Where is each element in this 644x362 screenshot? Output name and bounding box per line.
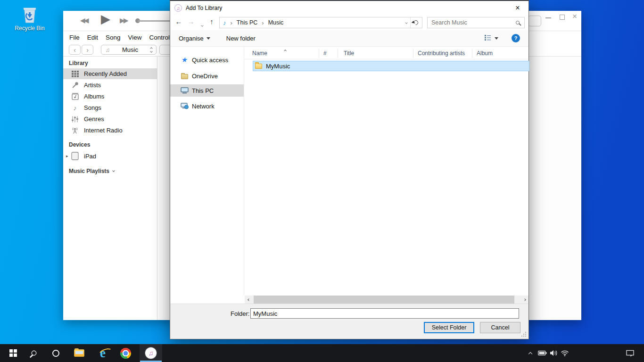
address-dropdown-icon[interactable] — [405, 21, 408, 24]
chevron-up-icon — [528, 352, 532, 355]
breadcrumb-music[interactable]: Music — [268, 19, 284, 26]
file-explorer-icon — [74, 349, 84, 357]
tray-show-hidden-icons[interactable] — [524, 344, 537, 362]
sidebar-item-genres[interactable]: Genres — [63, 114, 157, 124]
microphone-icon — [71, 82, 79, 89]
menu-file[interactable]: File — [69, 34, 80, 41]
recycle-bin[interactable]: Recycle Bin — [14, 5, 45, 32]
horizontal-scrollbar[interactable] — [245, 296, 528, 304]
tray-network[interactable] — [559, 344, 570, 362]
address-bar[interactable]: ♪ › This PC › Music — [219, 17, 422, 28]
dropdown-triangle-icon — [495, 37, 498, 40]
volume-slider[interactable] — [138, 20, 171, 22]
menu-view[interactable]: View — [128, 34, 142, 41]
scroll-left-icon[interactable] — [245, 296, 253, 304]
menu-song[interactable]: Song — [106, 34, 121, 41]
chrome-button[interactable] — [115, 344, 136, 362]
column-name[interactable]: Name — [244, 49, 319, 58]
file-name: MyMusic — [266, 63, 290, 70]
resize-grip[interactable] — [525, 336, 526, 337]
search-icon — [32, 351, 37, 356]
column-contributing-artists[interactable]: Contributing artists — [413, 49, 472, 58]
dialog-close-button[interactable]: × — [511, 2, 525, 14]
wifi-icon — [561, 350, 569, 356]
folder-icon — [255, 64, 262, 69]
search-box[interactable] — [427, 17, 525, 28]
dialog-nav-bar: ← → ↑ ♪ › This PC › Music — [170, 15, 528, 30]
column-title[interactable]: Title — [338, 49, 413, 58]
internet-explorer-button[interactable]: e — [92, 344, 113, 362]
itunes-icon: ♫ — [145, 347, 157, 359]
forward-button[interactable]: → — [186, 17, 196, 25]
view-selector[interactable] — [485, 35, 498, 42]
sidebar-item-recently-added[interactable]: Recently Added — [63, 68, 157, 79]
dialog-title-bar[interactable]: ♫ Add To Library × — [170, 1, 528, 15]
play-button[interactable]: ▶ — [101, 12, 110, 26]
back-button[interactable]: ← — [174, 17, 183, 25]
recent-locations-dropdown-icon[interactable] — [198, 20, 207, 28]
dropdown-triangle-icon — [206, 37, 210, 40]
rewind-button[interactable]: ◀◀ — [80, 16, 88, 24]
ipad-icon — [71, 152, 79, 160]
selector-spinner-icon — [150, 48, 152, 52]
network-icon — [181, 103, 189, 109]
itunes-taskbar-button[interactable]: ♫ — [140, 344, 162, 362]
desktop-background: Recycle Bin ◀◀ ▶ ▶▶ × File Edit Song Vie… — [0, 0, 644, 362]
maximize-icon[interactable] — [560, 15, 565, 20]
minimize-icon[interactable] — [545, 17, 551, 18]
action-center-button[interactable] — [623, 344, 636, 362]
scroll-right-icon[interactable] — [520, 296, 528, 304]
cortana-button[interactable] — [45, 344, 66, 362]
organise-button[interactable]: Organise — [179, 35, 210, 42]
nav-item-quick-access[interactable]: ★ Quick access — [170, 54, 244, 66]
nav-item-this-pc[interactable]: This PC — [170, 84, 244, 97]
nav-item-onedrive[interactable]: OneDrive — [170, 70, 244, 82]
taskbar-search-button[interactable] — [24, 344, 44, 362]
media-type-selector[interactable]: ♫ Music — [101, 45, 157, 55]
column-header-row: Name # Title Contributing artists Album — [244, 47, 528, 59]
folder-input[interactable] — [250, 308, 519, 319]
fast-forward-button[interactable]: ▶▶ — [120, 16, 127, 24]
start-button[interactable] — [3, 344, 24, 362]
column-album[interactable]: Album — [472, 49, 528, 58]
sidebar-item-ipad[interactable]: ▸ iPad — [63, 150, 157, 162]
scrollbar-thumb[interactable] — [254, 296, 514, 304]
sidebar-item-artists[interactable]: Artists — [63, 80, 157, 90]
help-button[interactable]: ? — [512, 34, 520, 42]
itunes-search-field[interactable] — [528, 16, 541, 26]
select-folder-button[interactable]: Select Folder — [424, 322, 474, 333]
nav-item-network[interactable]: Network — [170, 100, 244, 112]
itunes-back-button[interactable]: ‹ — [69, 45, 81, 55]
file-row-mymusic[interactable]: MyMusic — [253, 61, 529, 71]
file-list-area: Name # Title Contributing artists Album … — [244, 47, 528, 296]
new-folder-button[interactable]: New folder — [226, 35, 256, 42]
recycle-bin-label: Recycle Bin — [14, 25, 45, 32]
music-playlists-header[interactable]: Music Playlists — [69, 168, 115, 174]
column-number[interactable]: # — [319, 49, 338, 58]
location-music-icon: ♪ — [223, 19, 226, 26]
sidebar-item-internet-radio[interactable]: Internet Radio — [63, 125, 157, 136]
file-explorer-button[interactable] — [69, 344, 90, 362]
dialog-title: Add To Library — [186, 5, 222, 11]
add-to-library-dialog: ♫ Add To Library × ← → ↑ ♪ › This PC › M… — [170, 0, 529, 339]
itunes-forward-button[interactable]: › — [82, 45, 93, 55]
up-button[interactable]: ↑ — [207, 17, 216, 25]
library-header: Library — [69, 60, 88, 66]
breadcrumb-separator: › — [262, 19, 264, 26]
music-note-icon: ♫ — [106, 47, 110, 53]
taskbar: e ♫ — [0, 344, 644, 362]
tray-battery[interactable] — [537, 344, 548, 362]
cancel-button[interactable]: Cancel — [480, 322, 520, 333]
refresh-icon[interactable] — [413, 19, 419, 26]
windows-logo-icon — [9, 349, 17, 357]
tray-volume[interactable] — [548, 344, 559, 362]
close-icon[interactable]: × — [572, 12, 577, 21]
recycle-bin-icon — [14, 5, 45, 24]
search-input[interactable] — [428, 19, 516, 26]
sidebar-item-albums[interactable]: Albums — [63, 91, 157, 102]
breadcrumb-this-pc[interactable]: This PC — [237, 19, 257, 26]
sidebar-item-songs[interactable]: ♪ Songs — [63, 102, 157, 113]
expand-arrow-icon[interactable]: ▸ — [66, 154, 68, 158]
search-icon[interactable] — [516, 21, 520, 25]
menu-edit[interactable]: Edit — [87, 34, 98, 41]
